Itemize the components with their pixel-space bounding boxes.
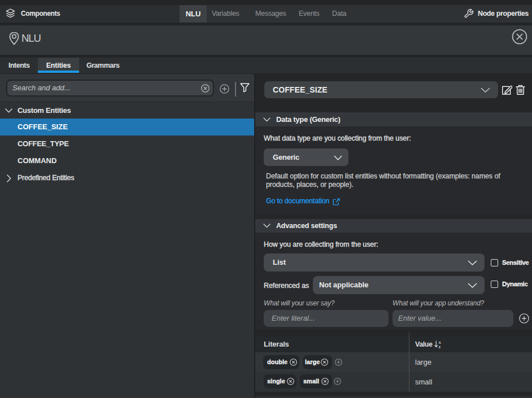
svg-text:Z: Z [438,345,441,349]
svg-text:A: A [438,341,441,344]
